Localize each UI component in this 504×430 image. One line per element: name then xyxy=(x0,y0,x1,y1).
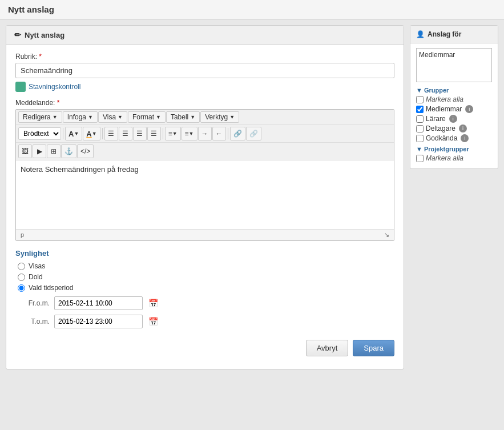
right-panel-header: 👤 Anslag för xyxy=(410,26,498,43)
font-color-btn[interactable]: A ▼ xyxy=(65,127,82,140)
spell-icon xyxy=(15,82,26,92)
ol-btn[interactable]: ≡ ▼ xyxy=(182,127,197,140)
anchor-btn[interactable]: ⚓ xyxy=(61,144,76,158)
link-btn[interactable]: 🔗 xyxy=(230,127,245,140)
table-btn[interactable]: ⊞ xyxy=(47,144,61,158)
projektgrupper-label: ▼ Projektgrupper xyxy=(416,146,492,152)
source-btn[interactable]: </> xyxy=(77,144,94,158)
rubrik-label: Rubrik: * xyxy=(15,53,394,61)
align-left-btn[interactable]: ☰ xyxy=(104,127,118,140)
editor-resize: ↘ xyxy=(384,231,389,239)
panel-header-icon: ✏ xyxy=(14,30,21,39)
save-button[interactable]: Spara xyxy=(353,340,394,356)
markera-alla-2-checkbox[interactable] xyxy=(416,155,424,162)
synlighet-dold[interactable]: Dold xyxy=(18,273,394,281)
right-panel-body: Medlemmar ▼ Grupper Markera alla Medlemm… xyxy=(410,43,498,168)
visa-menu[interactable]: Visa ▼ xyxy=(98,111,127,123)
godkanda-item[interactable]: Godkända i xyxy=(416,134,492,142)
format-select[interactable]: Brödtext xyxy=(18,127,61,140)
rubrik-input[interactable] xyxy=(15,63,394,78)
to-label: T.o.m. xyxy=(27,318,50,325)
synlighet-radio-group: Visas Dold Vald tidsperiod xyxy=(18,262,394,292)
editor-container: Redigera ▼ Infoga ▼ Visa ▼ Format ▼ xyxy=(15,109,394,241)
deltagare-item[interactable]: Deltagare i xyxy=(416,124,492,132)
panel-header: ✏ Nytt anslag xyxy=(6,26,404,45)
media-btn[interactable]: ▶ xyxy=(33,144,46,158)
from-label: Fr.o.m. xyxy=(27,299,50,307)
toolbar-row-2: Brödtext A ▼ A ▼ ☰ xyxy=(16,125,394,143)
indent-btn[interactable]: → xyxy=(198,127,212,140)
format-menu[interactable]: Format ▼ xyxy=(128,111,166,123)
deltagare-info-icon[interactable]: i xyxy=(459,124,467,132)
members-box: Medlemmar xyxy=(416,48,492,82)
medlemmar-checkbox[interactable] xyxy=(416,106,424,113)
panel-body: Rubrik: * Stavningskontroll Meddelande: … xyxy=(6,45,404,369)
bg-color-btn[interactable]: A ▼ xyxy=(83,127,100,140)
outdent-btn[interactable]: ← xyxy=(212,127,226,140)
cancel-button[interactable]: Avbryt xyxy=(306,340,349,356)
synlighet-title: Synlighet xyxy=(15,249,394,258)
align-right-btn[interactable]: ☰ xyxy=(133,127,147,140)
to-calendar-icon[interactable]: 📅 xyxy=(147,316,159,327)
markera-alla-1-checkbox[interactable] xyxy=(416,96,424,103)
tabell-menu[interactable]: Tabell ▼ xyxy=(166,111,200,123)
page-title: Nytt anslag xyxy=(8,5,54,14)
align-justify-btn[interactable]: ☰ xyxy=(147,127,161,140)
ul-btn[interactable]: ≡ ▼ xyxy=(165,127,181,140)
godkanda-checkbox[interactable] xyxy=(416,135,424,142)
from-calendar-icon[interactable]: 📅 xyxy=(147,298,159,309)
medlemmar-item[interactable]: Medlemmar i xyxy=(416,105,492,113)
redigera-menu[interactable]: Redigera ▼ xyxy=(18,111,62,123)
main-layout: ✏ Nytt anslag Rubrik: * Stavningskontrol… xyxy=(0,19,504,375)
toolbar-row-1: Redigera ▼ Infoga ▼ Visa ▼ Format ▼ xyxy=(16,110,394,125)
editor-path: p xyxy=(21,231,24,239)
editor-status-bar: p ↘ xyxy=(16,229,394,240)
larare-item[interactable]: Lärare i xyxy=(416,115,492,123)
grupper-label: ▼ Grupper xyxy=(416,87,492,94)
right-panel-icon: 👤 xyxy=(416,30,425,38)
page-title-bar: Nytt anslag xyxy=(0,0,504,19)
medlemmar-info-icon[interactable]: i xyxy=(465,105,473,113)
verktyg-menu[interactable]: Verktyg ▼ xyxy=(200,111,239,123)
infoga-menu[interactable]: Infoga ▼ xyxy=(63,111,98,123)
right-panel-label: Anslag för xyxy=(428,30,461,38)
unlink-btn[interactable]: 🔗 xyxy=(246,127,261,140)
stavningskontroll-link[interactable]: Stavningskontroll xyxy=(15,82,394,92)
markera-alla-1-item[interactable]: Markera alla xyxy=(416,95,492,103)
to-date-input[interactable] xyxy=(54,315,143,328)
img-btn[interactable]: 🖼 xyxy=(18,144,32,158)
to-date-row: T.o.m. 📅 xyxy=(27,315,394,328)
from-date-input[interactable] xyxy=(54,296,143,310)
right-panel: 👤 Anslag för Medlemmar ▼ Grupper Markera… xyxy=(410,25,498,169)
main-panel: ✏ Nytt anslag Rubrik: * Stavningskontrol… xyxy=(6,25,404,369)
larare-checkbox[interactable] xyxy=(416,115,424,123)
button-row: Avbryt Spara xyxy=(15,340,394,361)
toolbar-row-3: 🖼 ▶ ⊞ ⚓ </> xyxy=(16,143,394,160)
members-value: Medlemmar xyxy=(419,51,455,59)
meddelande-label: Meddelande: * xyxy=(15,99,394,107)
deltagare-checkbox[interactable] xyxy=(416,125,424,132)
larare-info-icon[interactable]: i xyxy=(449,115,457,123)
editor-area[interactable]: Notera Schemaändringen på fredag xyxy=(16,160,394,229)
align-center-btn[interactable]: ☰ xyxy=(119,127,132,140)
synlighet-vald-tidsperiod[interactable]: Vald tidsperiod xyxy=(18,284,394,292)
markera-alla-2-item[interactable]: Markera alla xyxy=(416,154,492,162)
panel-header-label: Nytt anslag xyxy=(25,31,64,39)
from-date-row: Fr.o.m. 📅 xyxy=(27,296,394,310)
godkanda-info-icon[interactable]: i xyxy=(461,134,469,142)
synlighet-visas[interactable]: Visas xyxy=(18,262,394,270)
